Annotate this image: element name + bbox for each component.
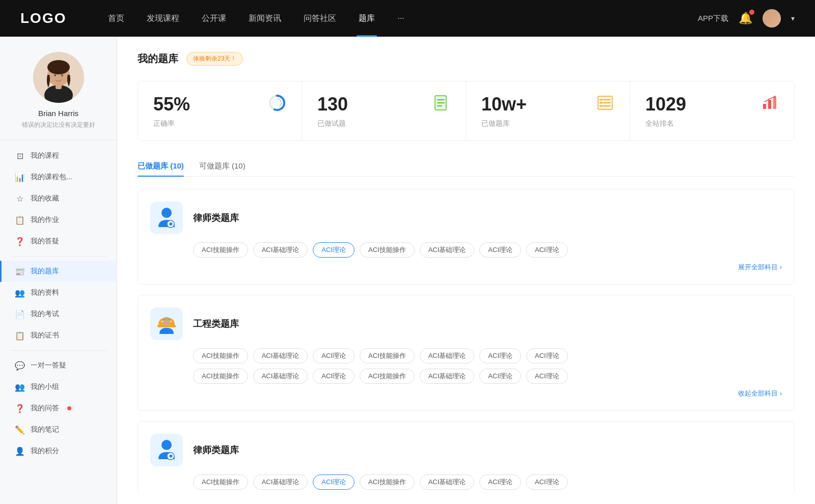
svg-point-4 [47,60,70,74]
sidebar-item-certificates[interactable]: 📋 我的证书 [0,325,117,346]
sidebar-item-group[interactable]: 👥 我的小组 [0,376,117,398]
bank-tag[interactable]: ACI技能操作 [360,474,415,490]
bank-tag[interactable]: ACI技能操作 [193,474,248,490]
bank-tag[interactable]: ACI技能操作 [360,348,415,363]
navigation: LOGO 首页 发现课程 公开课 新闻资讯 问答社区 题库 ··· APP下载 … [0,0,815,37]
bank-tag[interactable]: ACI基础理论 [420,474,475,490]
notification-bell[interactable]: 🔔 [739,12,752,25]
bank-tags-lawyer-2: ACI技能操作 ACI基础理论 ACI理论 ACI技能操作 ACI基础理论 AC… [193,474,782,490]
bank-tag[interactable]: ACI技能操作 [193,348,248,363]
sidebar-item-my-qa[interactable]: ❓ 我的问答 [0,398,117,419]
sidebar-divider-2 [10,350,106,351]
sidebar-item-points[interactable]: 👤 我的积分 [0,440,117,462]
stat-questions: 130 已做试题 [302,81,466,141]
bank-tag[interactable]: ACI理论 [479,369,521,384]
main-content: 我的题库 体验剩余23天！ 55% 正确率 [117,37,815,504]
bank-tag[interactable]: ACI理论 [526,369,568,384]
tab-available-banks[interactable]: 可做题库 (10) [199,156,246,176]
stat-banks-value: 10w+ [481,94,614,115]
svg-point-9 [273,99,281,107]
avatar-chevron[interactable]: ▾ [791,14,795,22]
bank-expand-lawyer-1[interactable]: 展开全部科目 › [150,263,782,272]
bank-tag[interactable]: ACI基础理论 [420,369,475,384]
stat-banks: 10w+ 已做题库 [466,81,630,141]
bank-tag[interactable]: ACI理论 [479,474,521,490]
bank-tag[interactable]: ACI理论 [526,242,568,258]
user-avatar[interactable] [763,9,781,27]
sidebar-divider-1 [10,256,106,257]
bank-tag[interactable]: ACI理论 [526,348,568,363]
notification-badge [749,10,754,15]
sidebar-item-label: 我的作业 [31,215,59,225]
sidebar-item-label: 我的题库 [31,267,59,276]
homework-icon: 📋 [15,215,24,225]
bank-tag[interactable]: ACI技能操作 [360,242,415,258]
bank-tags-engineer-row1: ACI技能操作 ACI基础理论 ACI理论 ACI技能操作 ACI基础理论 AC… [193,348,782,363]
bank-tag-active[interactable]: ACI理论 [313,474,355,490]
bank-tag[interactable]: ACI理论 [526,474,568,490]
bank-tag-active[interactable]: ACI理论 [313,242,355,258]
svg-point-26 [774,96,776,98]
qa-notification-dot [67,406,71,410]
sidebar-item-question-bank[interactable]: 📰 我的题库 [0,261,117,282]
bank-title-lawyer-2: 律师类题库 [193,444,239,456]
nav-more[interactable]: ··· [386,0,415,37]
stat-ranking: 1029 全站排名 [630,81,794,141]
bank-tag[interactable]: ACI理论 [479,242,521,258]
bank-tags-lawyer-1: ACI技能操作 ACI基础理论 ACI理论 ACI技能操作 ACI基础理论 AC… [193,242,782,258]
sidebar-item-materials[interactable]: 👥 我的资料 [0,282,117,303]
bank-tag[interactable]: ACI基础理论 [253,242,308,258]
bank-tag[interactable]: ACI理论 [313,369,355,384]
bank-tag[interactable]: ACI基础理论 [253,348,308,363]
nav-discover[interactable]: 发现课程 [135,0,191,37]
logo: LOGO [20,10,66,26]
svg-point-36 [170,455,172,457]
sidebar-item-exams[interactable]: 📄 我的考试 [0,303,117,325]
bank-tag[interactable]: ACI理论 [313,348,355,363]
sidebar: Brian Harris 错误的决定比没有决定要好 ⊡ 我的课程 📊 我的课程包… [0,37,117,504]
nav-home[interactable]: 首页 [97,0,135,37]
question-bank-icon: 📰 [15,267,24,276]
bank-icon-lawyer-2 [150,434,183,466]
bank-tag[interactable]: ACI技能操作 [360,369,415,384]
bank-tag[interactable]: ACI技能操作 [193,242,248,258]
sidebar-item-favorites[interactable]: ☆ 我的收藏 [0,188,117,209]
stat-accuracy-label: 正确率 [153,119,286,128]
bank-title-lawyer-1: 律师类题库 [193,212,239,224]
sidebar-item-label: 我的考试 [31,310,59,319]
nav-question-bank[interactable]: 题库 [347,0,386,37]
nav-news[interactable]: 新闻资讯 [237,0,292,37]
bank-icon-engineer [150,307,183,340]
svg-point-29 [170,223,172,225]
sidebar-item-course-package[interactable]: 📊 我的课程包... [0,166,117,188]
bank-section-lawyer-1: 律师类题库 ACI技能操作 ACI基础理论 ACI理论 ACI技能操作 ACI基… [138,189,795,285]
sidebar-item-notes[interactable]: ✏️ 我的笔记 [0,419,117,440]
bank-tag[interactable]: ACI基础理论 [420,348,475,363]
sidebar-item-homework[interactable]: 📋 我的作业 [0,209,117,231]
stat-ranking-label: 全站排名 [645,119,779,128]
bank-tag[interactable]: ACI理论 [479,348,521,363]
stat-ranking-value: 1029 [645,94,779,115]
tabs-row: 已做题库 (10) 可做题库 (10) [138,156,795,177]
sidebar-avatar [33,52,84,103]
bank-tag[interactable]: ACI基础理论 [253,369,308,384]
sidebar-item-one-on-one[interactable]: 💬 一对一答疑 [0,355,117,376]
tab-done-banks[interactable]: 已做题库 (10) [138,156,184,176]
app-download[interactable]: APP下载 [698,14,728,23]
main-layout: Brian Harris 错误的决定比没有决定要好 ⊡ 我的课程 📊 我的课程包… [0,37,815,504]
sidebar-menu: ⊡ 我的课程 📊 我的课程包... ☆ 我的收藏 📋 我的作业 ❓ 我的答疑 📰 [0,140,117,467]
bank-tag[interactable]: ACI基础理论 [420,242,475,258]
nav-links: 首页 发现课程 公开课 新闻资讯 问答社区 题库 ··· [97,0,698,37]
sidebar-item-label: 一对一答疑 [31,361,66,370]
sidebar-item-label: 我的答疑 [31,237,59,246]
sidebar-item-courses[interactable]: ⊡ 我的课程 [0,145,117,166]
sidebar-item-label: 我的笔记 [31,425,59,434]
sidebar-item-answers[interactable]: ❓ 我的答疑 [0,231,117,252]
bank-tag[interactable]: ACI技能操作 [193,369,248,384]
bank-tag[interactable]: ACI基础理论 [253,474,308,490]
nav-qa[interactable]: 问答社区 [292,0,347,37]
favorites-icon: ☆ [15,194,24,203]
banks-icon [596,94,614,112]
bank-expand-engineer[interactable]: 收起全部科目 › [150,389,782,398]
nav-open-course[interactable]: 公开课 [191,0,237,37]
